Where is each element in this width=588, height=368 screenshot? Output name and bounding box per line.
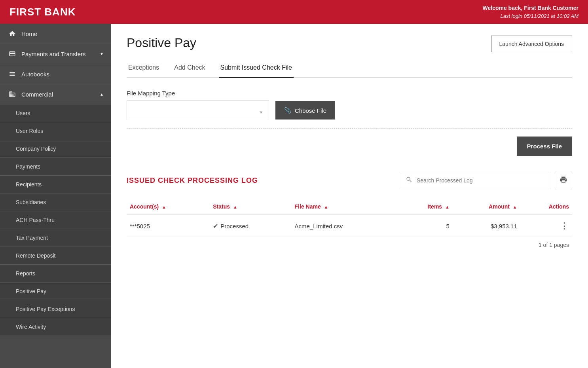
file-mapping-section: File Mapping Type ⌄ 📎 Choose File [127, 90, 572, 120]
search-box [399, 172, 549, 189]
sidebar-item-subsidiaries[interactable]: Subsidiaries [0, 193, 111, 211]
cell-status: ✔ Processed [210, 215, 291, 237]
sidebar-item-ach-pass-thru-label: ACH Pass-Thru [16, 217, 55, 223]
file-mapping-row: ⌄ 📎 Choose File [127, 101, 572, 120]
credit-card-icon [8, 50, 17, 57]
sidebar-item-commercial[interactable]: Commercial ▴ [0, 84, 111, 104]
sidebar-item-reports[interactable]: Reports [0, 265, 111, 283]
sidebar-item-positive-pay-exceptions-label: Positive Pay Exceptions [16, 306, 75, 312]
sidebar-item-remote-deposit-label: Remote Deposit [16, 252, 55, 259]
file-type-select-wrapper: ⌄ [127, 101, 269, 120]
sidebar-item-positive-pay-exceptions[interactable]: Positive Pay Exceptions [0, 300, 111, 318]
col-actions: Actions [520, 199, 572, 215]
sidebar-item-recipients-label: Recipients [16, 181, 42, 188]
pagination: 1 of 1 pages [127, 237, 572, 253]
sidebar-item-tax-payment[interactable]: Tax Payment [0, 229, 111, 247]
sort-amount-icon: ▲ [513, 205, 517, 209]
sidebar-item-commercial-label: Commercial [21, 91, 53, 98]
row-actions-button[interactable]: ⋮ [560, 222, 569, 230]
sidebar-item-recipients[interactable]: Recipients [0, 176, 111, 193]
status-text: Processed [220, 223, 248, 230]
header-welcome: Welcome back, First Bank Customer Last l… [483, 4, 579, 20]
process-area: Process File [127, 128, 572, 156]
sidebar-item-subsidiaries-label: Subsidiaries [16, 199, 46, 205]
sidebar-item-autobooks-label: Autobooks [21, 71, 49, 78]
paperclip-icon: 📎 [284, 107, 292, 114]
home-icon [8, 30, 17, 37]
col-amount[interactable]: Amount ▲ [453, 199, 520, 215]
table-row: ***5025 ✔ Processed Acme_Limited.csv 5 $… [127, 215, 572, 237]
sidebar-item-company-policy[interactable]: Company Policy [0, 140, 111, 158]
menu-icon [8, 70, 17, 78]
sort-accounts-icon: ▲ [162, 205, 166, 209]
check-mark-icon: ✔ [213, 222, 218, 230]
process-file-button[interactable]: Process File [517, 137, 572, 156]
col-status[interactable]: Status ▲ [210, 199, 291, 215]
chevron-down-icon: ▾ [101, 51, 103, 57]
sidebar-item-company-policy-label: Company Policy [16, 146, 56, 152]
file-type-select[interactable] [127, 101, 269, 120]
sort-items-icon: ▲ [445, 205, 450, 209]
sidebar-item-user-roles[interactable]: User Roles [0, 122, 111, 140]
col-file-name[interactable]: File Name ▲ [292, 199, 398, 215]
cell-file-name: Acme_Limited.csv [292, 215, 398, 237]
app-header: FIRST BANK Welcome back, First Bank Cust… [0, 0, 588, 24]
sidebar-item-tax-payment-label: Tax Payment [16, 235, 48, 241]
cell-actions: ⋮ [520, 215, 572, 237]
cell-account: ***5025 [127, 215, 210, 237]
sidebar-item-remote-deposit[interactable]: Remote Deposit [0, 247, 111, 265]
sidebar-item-wire-activity[interactable]: Wire Activity [0, 318, 111, 336]
col-items[interactable]: Items ▲ [398, 199, 453, 215]
sidebar-item-user-roles-label: User Roles [16, 128, 43, 134]
app-logo: FIRST BANK [9, 6, 76, 18]
col-status-label: Status [213, 203, 230, 210]
tab-bar: Exceptions Add Check Submit Issued Check… [127, 60, 572, 78]
sidebar-item-autobooks[interactable]: Autobooks [0, 64, 111, 84]
launch-advanced-options-button[interactable]: Launch Advanced Options [491, 36, 572, 52]
sidebar-item-payments-sub-label: Payments [16, 163, 40, 170]
sidebar-item-payments[interactable]: Payments and Transfers ▾ [0, 44, 111, 64]
status-cell: ✔ Processed [213, 222, 288, 230]
search-input[interactable] [417, 177, 542, 184]
col-accounts-label: Account(s) [130, 203, 159, 210]
log-title: ISSUED CHECK PROCESSING LOG [127, 176, 258, 185]
sidebar-item-users[interactable]: Users [0, 104, 111, 122]
file-mapping-label: File Mapping Type [127, 90, 572, 97]
choose-file-label: Choose File [295, 107, 326, 114]
cell-items: 5 [398, 215, 453, 237]
col-actions-label: Actions [549, 203, 569, 210]
sidebar-item-reports-label: Reports [16, 270, 35, 277]
sidebar-item-users-label: Users [16, 110, 30, 116]
printer-icon [560, 176, 567, 186]
tab-add-check[interactable]: Add Check [173, 60, 207, 78]
log-table: Account(s) ▲ Status ▲ File Name ▲ Item [127, 199, 572, 237]
last-login-text: Last login 05/11/2021 at 10:02 AM [483, 12, 579, 20]
sidebar-item-ach-pass-thru[interactable]: ACH Pass-Thru [0, 211, 111, 229]
sidebar: Home Payments and Transfers ▾ Autobooks … [0, 24, 111, 368]
sidebar-item-home[interactable]: Home [0, 24, 111, 44]
search-icon [406, 176, 413, 185]
col-items-label: Items [428, 203, 442, 210]
sidebar-item-home-label: Home [21, 30, 37, 37]
sidebar-item-wire-activity-label: Wire Activity [16, 324, 46, 330]
log-section: ISSUED CHECK PROCESSING LOG [127, 172, 572, 253]
sidebar-item-payments-label: Payments and Transfers [21, 51, 86, 57]
building-icon [8, 91, 17, 98]
pagination-text: 1 of 1 pages [539, 242, 569, 248]
sidebar-item-positive-pay[interactable]: Positive Pay [0, 283, 111, 300]
log-header-row: ISSUED CHECK PROCESSING LOG [127, 172, 572, 189]
print-button[interactable] [555, 172, 572, 189]
sidebar-item-payments-sub[interactable]: Payments [0, 158, 111, 176]
tab-submit-issued-check-file[interactable]: Submit Issued Check File [219, 60, 294, 78]
log-table-body: ***5025 ✔ Processed Acme_Limited.csv 5 $… [127, 215, 572, 237]
choose-file-button[interactable]: 📎 Choose File [275, 101, 335, 120]
sidebar-item-positive-pay-label: Positive Pay [16, 288, 46, 294]
sort-filename-icon: ▲ [324, 205, 328, 209]
main-content: Positive Pay Launch Advanced Options Exc… [111, 24, 588, 368]
tab-exceptions[interactable]: Exceptions [127, 60, 161, 78]
chevron-up-icon: ▴ [101, 91, 103, 97]
cell-amount: $3,953.11 [453, 215, 520, 237]
welcome-text: Welcome back, First Bank Customer [483, 4, 579, 12]
col-accounts[interactable]: Account(s) ▲ [127, 199, 210, 215]
log-controls [399, 172, 572, 189]
